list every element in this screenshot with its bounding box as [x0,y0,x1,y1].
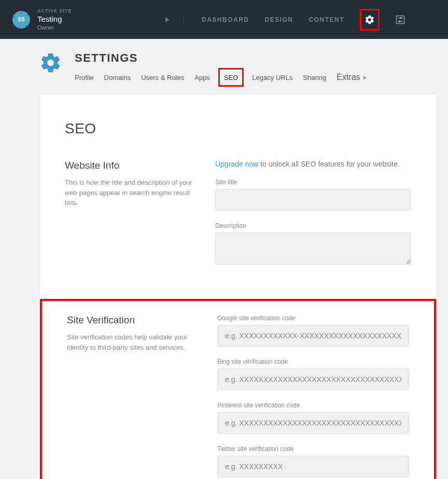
settings-tabs: Profile Domains Users & Roles Apps SEO L… [75,71,367,84]
svg-point-4 [399,21,400,22]
website-info-section: Website Info This is how the title and d… [65,160,411,278]
site-role: Owner [37,24,72,31]
tab-seo[interactable]: SEO [224,74,238,81]
description-label: Description [215,222,411,229]
website-info-desc: This is how the title and description of… [65,177,194,208]
site-verification-heading: Site Verification [67,314,197,326]
twitter-code-label: Twitter site verification code [217,445,409,453]
gear-icon[interactable] [365,15,375,25]
tab-profile[interactable]: Profile [75,74,94,81]
nav-dashboard[interactable]: DASHBOARD [202,16,249,23]
site-dropdown-arrow-icon[interactable] [165,15,170,24]
active-site-block[interactable]: SS ACTIVE SITE Testing Owner [0,8,184,31]
site-title-input[interactable] [215,189,411,211]
site-verification-desc: Site verification codes help validate yo… [67,332,197,352]
nav-settings-highlight [360,9,380,31]
site-avatar: SS [12,11,30,29]
site-verification-highlight: Site Verification Site verification code… [40,299,436,479]
site-title-label: Site title [215,179,411,186]
description-textarea[interactable] [215,232,411,265]
site-name: Testing [37,15,72,23]
sliders-icon[interactable] [395,15,405,25]
panel-title: SEO [65,120,411,137]
bing-code-label: Bing site verification code [217,358,409,365]
tab-sharing[interactable]: Sharing [303,74,326,81]
pinterest-code-label: Pinterest site verification code [217,402,409,409]
website-info-heading: Website Info [65,160,194,171]
svg-point-2 [400,17,402,19]
active-site-label: ACTIVE SITE [37,8,72,13]
site-verification-section: Site Verification Site verification code… [67,314,409,479]
svg-rect-0 [397,16,404,23]
tab-domains[interactable]: Domains [104,74,131,81]
top-nav: DASHBOARD DESIGN CONTENT [184,9,405,31]
twitter-code-input[interactable] [217,456,409,477]
upgrade-rest: to unlock all SEO features for your webs… [258,160,399,168]
nav-content[interactable]: CONTENT [309,16,345,23]
top-bar: SS ACTIVE SITE Testing Owner DASHBOARD D… [0,0,448,39]
settings-panel: SEO Website Info This is how the title a… [39,94,437,479]
page-header: SETTINGS Profile Domains Users & Roles A… [0,39,448,84]
tab-apps[interactable]: Apps [194,74,210,81]
bing-code-input[interactable] [217,368,409,390]
nav-design[interactable]: DESIGN [265,16,293,23]
chevron-right-icon [363,73,367,82]
upgrade-text: Upgrade now to unlock all SEO features f… [215,160,411,168]
page-title: SETTINGS [75,51,367,65]
site-meta: ACTIVE SITE Testing Owner [37,8,72,31]
tab-users-roles[interactable]: Users & Roles [141,74,184,81]
tab-extras[interactable]: Extras [337,73,366,82]
google-code-input[interactable] [217,325,409,347]
tab-legacy-urls[interactable]: Legacy URLs [252,74,292,81]
google-code-label: Google site verification code [217,314,409,322]
tab-extras-label: Extras [337,73,360,82]
pinterest-code-input[interactable] [217,412,409,434]
tab-seo-highlight: SEO [218,68,244,87]
upgrade-link[interactable]: Upgrade now [215,160,258,168]
settings-gear-icon [39,51,62,74]
